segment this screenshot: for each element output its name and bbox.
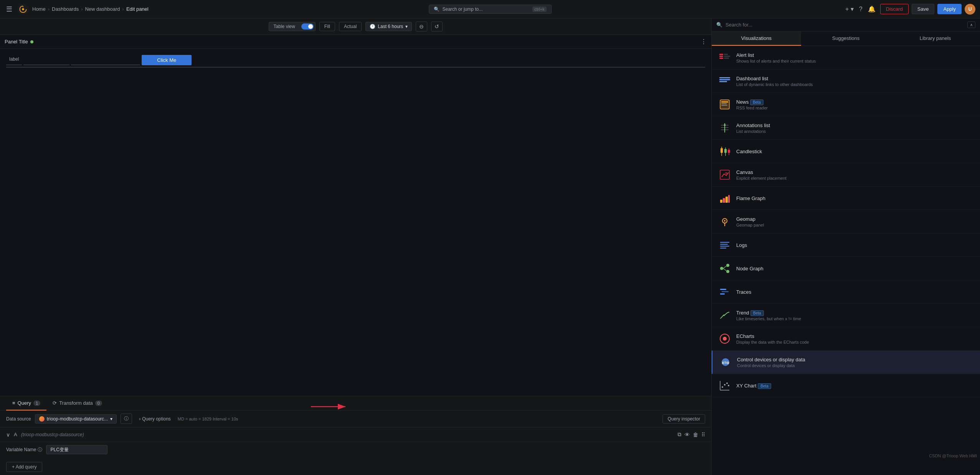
chevron-down-icon: ▾: [405, 24, 408, 29]
notification-icon[interactable]: 🔔: [866, 4, 877, 14]
panel-click-me-btn[interactable]: Click Me: [142, 55, 192, 65]
tab-library-panels[interactable]: Library panels: [891, 31, 980, 46]
viz-search-input[interactable]: [725, 22, 964, 28]
svg-rect-19: [721, 125, 729, 126]
refresh-btn[interactable]: ↺: [431, 22, 443, 31]
transform-tab[interactable]: ⟳ Transform data 0: [46, 396, 108, 410]
viz-name: Trend Beta: [736, 310, 974, 316]
svg-rect-31: [723, 198, 725, 203]
duplicate-icon[interactable]: ⧉: [678, 431, 681, 438]
user-avatar[interactable]: U: [965, 4, 975, 15]
svg-rect-39: [720, 246, 729, 247]
viz-item-control[interactable]: x=o Control devices or display data Cont…: [712, 351, 980, 374]
svg-line-44: [723, 266, 726, 268]
viz-item-annotations[interactable]: Annotations list List annotations: [712, 116, 980, 140]
apply-button[interactable]: Apply: [937, 4, 962, 14]
viz-item-flame[interactable]: Flame Graph: [712, 187, 980, 210]
viz-item-canvas[interactable]: Canvas Explicit element placement: [712, 163, 980, 187]
viz-item-news[interactable]: News Beta RSS feed reader: [712, 93, 980, 116]
datasource-select[interactable]: trioop-modbustcp-datasourc... ▾: [35, 414, 117, 424]
grafana-logo: [18, 4, 28, 15]
query-tab-icon: ≡: [12, 400, 15, 406]
visibility-icon[interactable]: 👁: [684, 432, 690, 438]
global-search[interactable]: 🔍 Search or jump to... ctrl+k: [429, 5, 552, 14]
viz-item-candle[interactable]: Candlestick: [712, 140, 980, 163]
time-range-label: Last 6 hours: [378, 24, 403, 29]
svg-rect-12: [719, 81, 727, 82]
query-tab[interactable]: ≡ Query 1: [6, 396, 46, 410]
variable-info-icon[interactable]: ⓘ: [38, 447, 42, 453]
svg-rect-25: [724, 149, 727, 153]
toggle-switch[interactable]: [301, 23, 314, 30]
query-section: ≡ Query 1 ⟳ Transform data 0 Data source…: [0, 396, 711, 475]
right-panel-collapse-btn[interactable]: ∧: [967, 22, 975, 28]
datasource-label: Data source: [6, 416, 31, 422]
new-dashboard-link[interactable]: New dashboard: [85, 6, 120, 12]
viz-icon-xy: [718, 379, 732, 392]
nav-left: ☰ Home › Dashboards › New dashboard › Ed…: [5, 3, 328, 15]
home-link[interactable]: Home: [32, 6, 46, 12]
query-row-actions: ⧉ 👁 🗑 ⠿: [678, 431, 705, 438]
viz-item-logs[interactable]: Logs: [712, 233, 980, 257]
viz-desc: Geomap panel: [736, 223, 974, 227]
panel-toolbar: Table view Fill Actual 🕐 Last 6 hours ▾ …: [0, 18, 711, 35]
viz-item-traces[interactable]: Traces: [712, 280, 980, 304]
viz-icon-echarts: [718, 332, 732, 346]
viz-desc: RSS feed reader: [736, 106, 974, 110]
viz-desc: Like timeseries, but when x != time: [736, 316, 974, 321]
variable-name-label: Variable Name ⓘ: [6, 447, 42, 453]
actual-button[interactable]: Actual: [339, 22, 362, 31]
query-tabs: ≡ Query 1 ⟳ Transform data 0: [0, 396, 711, 410]
viz-item-geomap[interactable]: Geomap Geomap panel: [712, 210, 980, 233]
tab-suggestions[interactable]: Suggestions: [801, 31, 891, 46]
main-area: Table view Fill Actual 🕐 Last 6 hours ▾ …: [0, 18, 980, 475]
svg-rect-23: [721, 148, 723, 153]
panel-menu-button[interactable]: ⋮: [701, 38, 707, 45]
viz-name: Canvas: [736, 169, 974, 175]
svg-point-42: [726, 264, 729, 267]
viz-name: XY Chart Beta: [736, 383, 974, 389]
viz-icon-trend: [718, 308, 732, 322]
svg-point-41: [720, 267, 723, 270]
viz-item-trend[interactable]: Trend Beta Like timeseries, but when x !…: [712, 304, 980, 327]
discard-button[interactable]: Discard: [880, 4, 909, 14]
viz-item-nodegraph[interactable]: Node Graph: [712, 257, 980, 280]
query-options-btn[interactable]: › Query options: [136, 415, 174, 423]
help-icon[interactable]: ?: [858, 4, 864, 14]
time-range-picker[interactable]: 🕐 Last 6 hours ▾: [365, 22, 412, 31]
table-view-btn[interactable]: Table view: [269, 22, 300, 31]
viz-name: Logs: [736, 242, 974, 248]
viz-item-xy[interactable]: XY Chart Beta: [712, 374, 980, 397]
query-inspector-btn[interactable]: Query inspector: [663, 414, 705, 424]
viz-name: Annotations list: [736, 122, 974, 128]
variable-name-input[interactable]: [46, 445, 107, 454]
svg-rect-47: [722, 291, 729, 292]
viz-desc: List annotations: [736, 129, 974, 134]
datasource-bar: Data source trioop-modbustcp-datasourc..…: [0, 410, 711, 427]
fill-button[interactable]: Fill: [319, 22, 335, 31]
tab-visualizations[interactable]: Visualizations: [712, 31, 801, 46]
zoom-out-btn[interactable]: ⊖: [416, 22, 427, 31]
svg-point-43: [726, 270, 729, 273]
table-view-toggle[interactable]: Table view: [269, 22, 316, 31]
menu-icon[interactable]: ☰: [5, 3, 14, 15]
svg-point-57: [724, 384, 725, 386]
query-collapse-icon[interactable]: ∨: [6, 432, 10, 438]
delete-icon[interactable]: 🗑: [693, 432, 698, 438]
search-placeholder-text: Search or jump to...: [443, 7, 483, 12]
viz-name: Traces: [736, 289, 974, 295]
drag-handle-icon[interactable]: ⠿: [701, 432, 705, 438]
add-dropdown[interactable]: + ▾: [844, 4, 855, 14]
save-button[interactable]: Save: [912, 4, 935, 14]
datasource-info-btn[interactable]: ⓘ: [121, 414, 132, 424]
viz-item-echarts[interactable]: ECharts Display the data with the EChart…: [712, 327, 980, 351]
viz-desc: Shows list of alerts and their current s…: [736, 59, 974, 63]
beta-badge: Beta: [750, 310, 764, 316]
query-meta: MD = auto = 1829 Interval = 10s: [178, 417, 238, 421]
clock-icon: 🕐: [370, 24, 375, 29]
viz-item-alert[interactable]: Alert list Shows list of alerts and thei…: [712, 46, 980, 70]
add-query-btn[interactable]: + Add query: [6, 462, 42, 472]
dashboards-link[interactable]: Dashboards: [52, 6, 79, 12]
svg-point-49: [723, 314, 725, 316]
viz-item-dashboard[interactable]: Dashboard list List of dynamic links to …: [712, 70, 980, 93]
